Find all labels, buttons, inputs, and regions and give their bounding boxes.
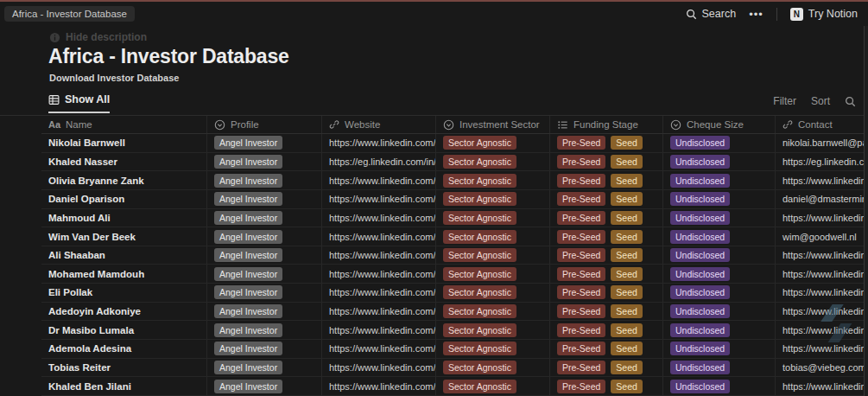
website-cell[interactable]: https://www.linkedin.com/in/el bbox=[322, 284, 436, 302]
filter-button[interactable]: Filter bbox=[773, 95, 796, 107]
sector-cell[interactable]: Sector Agnostic bbox=[436, 340, 550, 358]
contact-cell[interactable]: tobias@viebeg.com bbox=[776, 359, 868, 377]
funding-stage-cell[interactable]: Pre-Seed Seed bbox=[550, 284, 663, 302]
table-search-icon[interactable] bbox=[845, 96, 856, 107]
name-cell[interactable]: Olivia Bryanne Zank bbox=[41, 171, 207, 189]
website-cell[interactable]: https://www.linkedin.com/in/kh bbox=[322, 377, 436, 395]
cheque-size-cell[interactable]: Undisclosed bbox=[663, 321, 776, 339]
profile-cell[interactable]: Angel Investor bbox=[207, 171, 322, 189]
profile-cell[interactable]: Angel Investor bbox=[207, 227, 322, 246]
sector-cell[interactable]: Sector Agnostic bbox=[436, 134, 550, 152]
profile-cell[interactable]: Angel Investor bbox=[207, 303, 322, 321]
contact-link[interactable]: daniel@dmastermind.c bbox=[782, 194, 868, 204]
website-cell[interactable]: https://www.linkedin.com/in/to bbox=[322, 359, 436, 377]
column-header[interactable]: Cheque Size bbox=[663, 116, 776, 133]
website-link[interactable]: https://www.linkedin.com/in/ni bbox=[329, 137, 436, 148]
cheque-size-cell[interactable]: Undisclosed bbox=[663, 153, 776, 171]
contact-link[interactable]: tobias@viebeg.com bbox=[782, 362, 866, 373]
contact-cell[interactable]: wim@goodwell.nl bbox=[776, 227, 868, 246]
website-link[interactable]: https://www.linkedin.com/in/al bbox=[329, 250, 436, 260]
profile-cell[interactable]: Angel Investor bbox=[207, 209, 322, 227]
sector-cell[interactable]: Sector Agnostic bbox=[436, 246, 550, 265]
funding-stage-cell[interactable]: Pre-Seed Seed bbox=[550, 340, 663, 358]
cheque-size-cell[interactable]: Undisclosed bbox=[663, 359, 776, 377]
name-cell[interactable]: Mohamed Mamdouh bbox=[41, 265, 207, 283]
profile-cell[interactable]: Angel Investor bbox=[207, 377, 322, 395]
website-cell[interactable]: https://www.linkedin.com/in/m bbox=[322, 209, 436, 227]
website-cell[interactable]: https://www.linkedin.com/in/al bbox=[322, 246, 436, 265]
breadcrumb[interactable]: Africa - Investor Database bbox=[4, 6, 135, 22]
name-cell[interactable]: Wim Van Der Beek bbox=[41, 227, 207, 246]
profile-cell[interactable]: Angel Investor bbox=[207, 321, 322, 339]
column-header[interactable]: Funding Stage bbox=[550, 116, 663, 133]
cheque-size-cell[interactable]: Undisclosed bbox=[663, 227, 776, 246]
funding-stage-cell[interactable]: Pre-Seed Seed bbox=[550, 209, 663, 227]
funding-stage-cell[interactable]: Pre-Seed Seed bbox=[550, 321, 663, 339]
website-cell[interactable]: https://www.linkedin.com/in/ad bbox=[322, 303, 436, 321]
column-header[interactable]: Aa Name bbox=[41, 116, 207, 133]
cheque-size-cell[interactable]: Undisclosed bbox=[663, 284, 776, 302]
profile-cell[interactable]: Angel Investor bbox=[207, 359, 322, 377]
contact-link[interactable]: https://www.linkedin.co bbox=[782, 343, 868, 354]
cheque-size-cell[interactable]: Undisclosed bbox=[663, 265, 776, 283]
name-cell[interactable]: Dr Masibo Lumala bbox=[41, 321, 207, 339]
website-cell[interactable]: https://www.linkedin.com/in/ni bbox=[322, 134, 436, 152]
website-cell[interactable]: https://www.linkedin.com/in/m bbox=[322, 265, 436, 283]
name-cell[interactable]: Eli Pollak bbox=[41, 284, 207, 302]
sector-cell[interactable]: Sector Agnostic bbox=[436, 153, 550, 171]
cheque-size-cell[interactable]: Undisclosed bbox=[663, 377, 776, 395]
name-cell[interactable]: Mahmoud Ali bbox=[41, 209, 207, 227]
contact-link[interactable]: nikolai.barnwell@pawa bbox=[782, 137, 868, 148]
contact-cell[interactable]: nikolai.barnwell@pawa bbox=[776, 134, 868, 152]
sector-cell[interactable]: Sector Agnostic bbox=[436, 171, 550, 189]
profile-cell[interactable]: Angel Investor bbox=[207, 246, 322, 265]
contact-link[interactable]: https://www.linkedin.co bbox=[782, 381, 868, 392]
website-link[interactable]: https://www.linkedin.com/in/m bbox=[329, 269, 436, 279]
sector-cell[interactable]: Sector Agnostic bbox=[436, 209, 550, 227]
website-link[interactable]: https://www.linkedin.com/in/aa bbox=[329, 343, 436, 354]
search-button[interactable]: Search bbox=[686, 8, 737, 20]
website-cell[interactable]: https://www.linkedin.com/in/ol bbox=[322, 171, 436, 189]
name-cell[interactable]: Nikolai Barnwell bbox=[41, 134, 207, 152]
cheque-size-cell[interactable]: Undisclosed bbox=[663, 340, 776, 358]
try-notion-button[interactable]: N Try Notion bbox=[790, 8, 858, 21]
funding-stage-cell[interactable]: Pre-Seed Seed bbox=[550, 171, 663, 189]
contact-cell[interactable]: https://www.linkedin.co bbox=[776, 209, 868, 227]
contact-link[interactable]: https://eg.linkedin.com bbox=[782, 156, 868, 167]
contact-cell[interactable]: https://www.linkedin.co bbox=[776, 265, 868, 283]
column-header[interactable]: Contact bbox=[776, 116, 868, 133]
funding-stage-cell[interactable]: Pre-Seed Seed bbox=[550, 377, 663, 395]
website-link[interactable]: https://www.linkedin.com/in/el bbox=[329, 287, 436, 297]
contact-cell[interactable]: https://www.linkedin.co bbox=[776, 284, 868, 302]
funding-stage-cell[interactable]: Pre-Seed Seed bbox=[550, 227, 663, 246]
more-options-icon[interactable]: ••• bbox=[749, 8, 763, 21]
sort-button[interactable]: Sort bbox=[811, 95, 830, 107]
sector-cell[interactable]: Sector Agnostic bbox=[436, 321, 550, 339]
cheque-size-cell[interactable]: Undisclosed bbox=[663, 190, 776, 208]
name-cell[interactable]: Khaled Nasser bbox=[41, 153, 207, 171]
website-link[interactable]: https://www.linkedin.com/in/wi bbox=[329, 232, 436, 242]
sector-cell[interactable]: Sector Agnostic bbox=[436, 265, 550, 283]
profile-cell[interactable]: Angel Investor bbox=[207, 153, 322, 171]
website-cell[interactable]: https://www.linkedin.com/in/da bbox=[322, 190, 436, 208]
profile-cell[interactable]: Angel Investor bbox=[207, 134, 322, 152]
column-header[interactable]: Investment Sector bbox=[436, 116, 550, 133]
cheque-size-cell[interactable]: Undisclosed bbox=[663, 171, 776, 189]
website-cell[interactable]: https://www.linkedin.com/in/wi bbox=[322, 227, 436, 246]
contact-link[interactable]: https://www.linkedin.co bbox=[782, 213, 868, 223]
contact-link[interactable]: https://www.linkedin.co bbox=[782, 176, 868, 186]
contact-cell[interactable]: https://www.linkedin.co bbox=[776, 321, 868, 339]
contact-link[interactable]: https://www.linkedin.co bbox=[782, 250, 868, 260]
name-cell[interactable]: Daniel Oparison bbox=[41, 190, 207, 208]
contact-cell[interactable]: daniel@dmastermind.c bbox=[776, 190, 868, 208]
website-link[interactable]: https://www.linkedin.com/in/dr bbox=[329, 325, 436, 335]
name-cell[interactable]: Ademola Adesina bbox=[41, 340, 207, 358]
contact-link[interactable]: https://www.linkedin.co bbox=[782, 269, 868, 279]
funding-stage-cell[interactable]: Pre-Seed Seed bbox=[550, 359, 663, 377]
contact-cell[interactable]: https://eg.linkedin.com bbox=[776, 153, 868, 171]
contact-cell[interactable]: https://www.linkedin.co bbox=[776, 246, 868, 265]
contact-cell[interactable]: https://www.linkedin.co bbox=[776, 340, 868, 358]
funding-stage-cell[interactable]: Pre-Seed Seed bbox=[550, 246, 663, 265]
website-link[interactable]: https://www.linkedin.com/in/ad bbox=[329, 306, 436, 316]
profile-cell[interactable]: Angel Investor bbox=[207, 340, 322, 358]
